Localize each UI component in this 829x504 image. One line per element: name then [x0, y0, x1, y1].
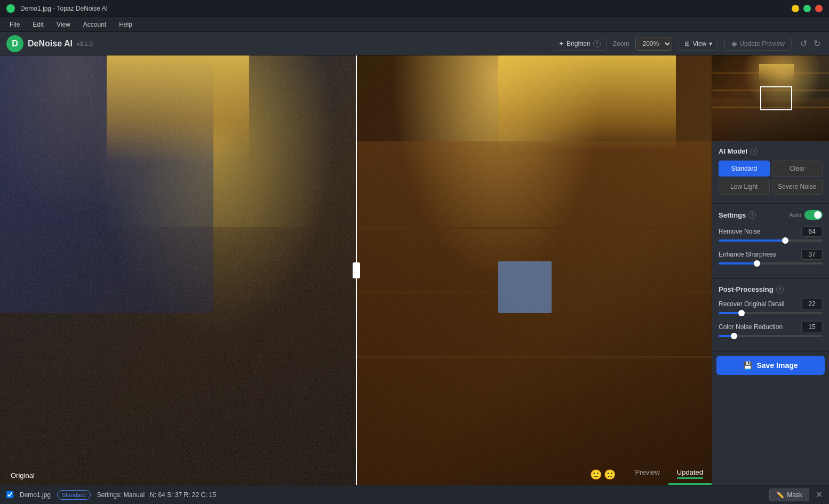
recover-detail-value[interactable]: [801, 299, 823, 309]
menu-file[interactable]: File: [4, 19, 25, 30]
recover-detail-track[interactable]: [719, 312, 823, 314]
titlebar: Demo1.jpg - Topaz DeNoise AI — □ ✕: [0, 0, 829, 17]
color-noise-label-row: Color Noise Reduction: [719, 322, 823, 332]
window-title: Demo1.jpg - Topaz DeNoise AI: [20, 5, 786, 12]
enhance-sharpness-value[interactable]: [801, 249, 823, 260]
remove-noise-value[interactable]: [801, 226, 823, 237]
undo-redo-group: ↺ ↻: [798, 36, 823, 51]
toggle-knob: [814, 211, 822, 219]
thumbsup-button[interactable]: 🙂: [590, 469, 602, 481]
bottombar: Demo1.jpg Standard Settings: Manual N: 6…: [0, 485, 829, 504]
remove-noise-slider-row: Remove Noise: [719, 226, 823, 242]
menu-account[interactable]: Account: [78, 19, 111, 30]
save-icon: 💾: [743, 361, 752, 370]
maximize-button[interactable]: □: [803, 5, 811, 12]
mask-button[interactable]: ✏️ Mask: [769, 489, 809, 501]
logo-icon: D: [6, 35, 23, 52]
menu-edit[interactable]: Edit: [27, 19, 49, 30]
sun-icon: ✦: [559, 40, 564, 47]
redo-button[interactable]: ↻: [811, 36, 823, 51]
auto-toggle-switch[interactable]: [804, 210, 823, 220]
recover-detail-label-row: Recover Original Detail: [719, 299, 823, 309]
file-checkbox[interactable]: [6, 491, 13, 498]
model-lowlight-button[interactable]: Low Light: [719, 179, 770, 195]
enhance-sharpness-fill: [719, 262, 757, 265]
menu-help[interactable]: Help: [114, 19, 138, 30]
undo-button[interactable]: ↺: [798, 36, 809, 51]
bottombar-close-button[interactable]: ✕: [816, 490, 823, 500]
settings-help-icon[interactable]: ?: [748, 211, 756, 219]
svg-rect-0: [0, 55, 356, 485]
color-noise-label: Color Noise Reduction: [719, 323, 783, 331]
app-icon: [6, 4, 15, 13]
enhance-sharpness-track[interactable]: [719, 262, 823, 265]
menubar: File Edit View Account Help: [0, 17, 829, 32]
ai-model-header: AI Model ?: [719, 147, 823, 155]
settings-section: Settings ? Auto Remove Noise: [712, 204, 829, 279]
brighten-help-icon[interactable]: ?: [593, 40, 601, 47]
color-noise-value[interactable]: [801, 322, 823, 332]
zoom-label: Zoom: [613, 40, 629, 47]
original-label: Original: [11, 471, 35, 479]
main-content: Original Preview Updated 🙂 🙁: [0, 55, 829, 485]
toolbar: D DeNoise AI v3.1.0 ✦ Brighten ? Zoom 20…: [0, 32, 829, 55]
ai-model-title: AI Model: [719, 147, 747, 155]
minimize-button[interactable]: —: [792, 5, 799, 12]
close-button[interactable]: ✕: [815, 5, 823, 12]
brighten-button[interactable]: ✦ Brighten ?: [553, 37, 607, 51]
file-settings: Settings: Manual N: 64 S: 37 R: 22 C: 15: [97, 491, 217, 499]
model-buttons-grid: Standard Clear Low Light Severe Noise: [719, 161, 823, 195]
tab-updated[interactable]: Updated: [668, 464, 712, 485]
thumbsdown-button[interactable]: 🙁: [604, 469, 616, 481]
ai-model-help-icon[interactable]: ?: [750, 148, 758, 155]
post-processing-header: Post-Processing ?: [719, 285, 823, 293]
remove-noise-thumb[interactable]: [782, 237, 788, 244]
settings-header: Settings ?: [719, 211, 756, 219]
split-divider[interactable]: [356, 55, 357, 485]
chevron-down-icon: ▾: [709, 40, 712, 47]
post-processing-help-icon[interactable]: ?: [776, 286, 784, 293]
save-image-button[interactable]: 💾 Save Image: [716, 356, 825, 375]
remove-noise-track[interactable]: [719, 239, 823, 242]
app-version: v3.1.0: [77, 41, 93, 47]
view-icon: ⊞: [684, 40, 690, 47]
right-panel: AI Model ? Standard Clear Low Light Seve…: [712, 55, 829, 485]
remove-noise-label-row: Remove Noise: [719, 226, 823, 237]
settings-header-row: Settings ? Auto: [719, 210, 823, 220]
tab-preview[interactable]: Preview: [627, 464, 668, 485]
enhance-sharpness-label-row: Enhance Sharpness: [719, 249, 823, 260]
file-name: Demo1.jpg: [20, 491, 51, 499]
recover-detail-label: Recover Original Detail: [719, 300, 784, 308]
reaction-buttons: 🙂 🙁: [590, 469, 616, 481]
view-button[interactable]: ⊞ View ▾: [679, 37, 718, 51]
ai-model-section: AI Model ? Standard Clear Low Light Seve…: [712, 141, 829, 204]
model-standard-button[interactable]: Standard: [719, 161, 770, 177]
file-model-badge[interactable]: Standard: [57, 490, 91, 500]
eye-icon: ◉: [731, 40, 737, 47]
enhance-sharpness-slider-row: Enhance Sharpness: [719, 249, 823, 265]
model-severenoise-button[interactable]: Severe Noise: [772, 179, 823, 195]
remove-noise-label: Remove Noise: [719, 228, 761, 235]
auto-label: Auto: [789, 212, 801, 218]
color-noise-thumb[interactable]: [731, 333, 737, 339]
enhance-sharpness-label: Enhance Sharpness: [719, 251, 776, 258]
post-processing-title: Post-Processing: [719, 285, 774, 293]
app-logo: D DeNoise AI v3.1.0: [6, 35, 93, 52]
app-name: DeNoise AI: [28, 39, 73, 49]
update-preview-button[interactable]: ◉ Update Preview: [724, 37, 792, 51]
preview-tabs: Preview Updated: [627, 464, 712, 485]
menu-view[interactable]: View: [51, 19, 76, 30]
original-image: [0, 55, 356, 485]
canvas-area[interactable]: Original Preview Updated 🙂 🙁: [0, 55, 712, 485]
remove-noise-fill: [719, 239, 785, 242]
color-noise-track[interactable]: [719, 335, 823, 337]
recover-detail-slider-row: Recover Original Detail: [719, 299, 823, 314]
processed-image: [356, 55, 712, 485]
zoom-select[interactable]: 200% 100% 50% Fit: [635, 37, 672, 51]
color-noise-slider-row: Color Noise Reduction: [719, 322, 823, 337]
enhance-sharpness-thumb[interactable]: [754, 260, 760, 267]
auto-toggle-group: Auto: [789, 210, 823, 220]
model-clear-button[interactable]: Clear: [772, 161, 823, 177]
recover-detail-thumb[interactable]: [738, 310, 745, 316]
thumbnail-area: [712, 55, 829, 141]
